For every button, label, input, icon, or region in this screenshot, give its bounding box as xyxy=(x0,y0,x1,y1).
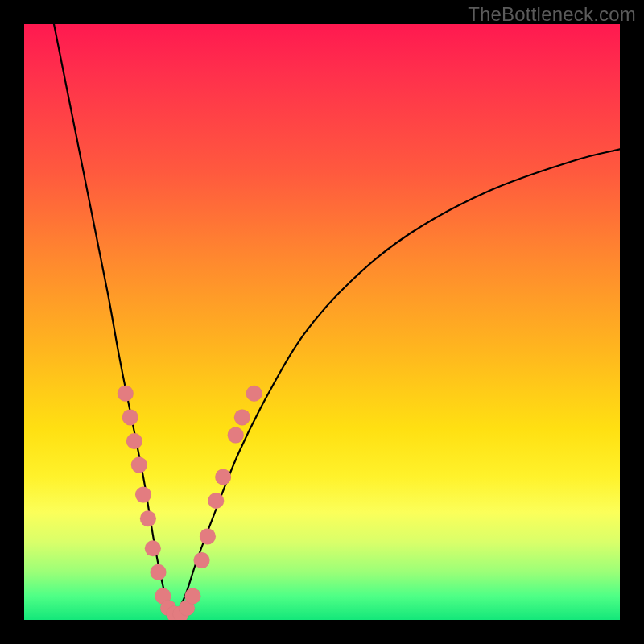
watermark-text: TheBottleneck.com xyxy=(468,3,636,26)
sample-dot xyxy=(145,540,161,556)
sample-dot xyxy=(131,457,147,473)
curve-right xyxy=(173,149,620,620)
sample-dot xyxy=(200,528,216,544)
sample-dot xyxy=(151,564,167,580)
sample-dot xyxy=(122,409,138,425)
sample-dot xyxy=(208,493,224,509)
sample-dot xyxy=(234,409,250,425)
sample-dot xyxy=(194,552,210,568)
curve-left xyxy=(54,24,173,620)
curve-group xyxy=(54,24,620,620)
sample-dot xyxy=(184,588,200,604)
sample-dot xyxy=(118,386,134,402)
outer-frame: TheBottleneck.com xyxy=(0,0,644,644)
sample-dot xyxy=(228,427,244,444)
plot-area xyxy=(24,24,620,620)
sample-dot xyxy=(246,386,262,402)
bottleneck-chart xyxy=(24,24,620,620)
sample-dot xyxy=(140,510,156,526)
sample-dot xyxy=(135,487,151,503)
sample-dot xyxy=(126,433,142,449)
sample-dot xyxy=(215,469,231,485)
